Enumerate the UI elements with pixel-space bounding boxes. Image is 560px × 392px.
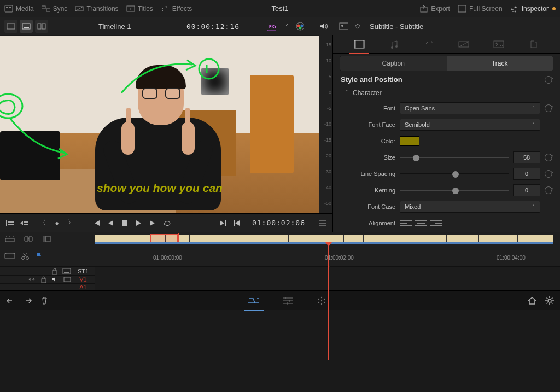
align-right-button[interactable] [430,218,442,228]
font-select[interactable]: Open Sans [400,102,540,114]
size-reset-icon[interactable] [545,154,552,161]
speaker-icon[interactable] [51,276,59,283]
timeline-content[interactable]: Hey guys, in this video today I want to … [95,266,560,290]
play-reverse-icon[interactable] [105,218,116,229]
marker-flag-icon[interactable] [35,251,43,260]
kerning-reset-icon[interactable] [545,186,552,194]
mark-in-icon[interactable]: 〈 [37,218,48,229]
align-center-button[interactable] [415,218,427,228]
page-edit-icon[interactable] [280,293,295,308]
track-name-v1[interactable]: V1 [75,276,91,283]
chevron-down-icon[interactable]: ˅ [345,89,348,97]
font-reset-icon[interactable] [545,104,552,112]
subtab-caption[interactable]: Caption [340,56,447,71]
kerning-value[interactable]: 0 [513,184,540,196]
inspector-tab-file[interactable] [523,37,545,52]
key-icon[interactable] [353,22,362,31]
timeline-overview[interactable] [95,235,553,243]
linespacing-slider[interactable] [400,168,509,180]
sync-icon [42,4,50,13]
tl-tool-b-icon[interactable] [23,235,34,243]
playhead[interactable] [328,245,329,360]
export-button[interactable]: Export [419,4,450,13]
next-clip-icon[interactable] [217,218,228,229]
effects-tab[interactable]: Effects [161,4,192,13]
sync-tab[interactable]: Sync [42,4,68,13]
page-cut-icon[interactable] [246,293,261,308]
color-scope-icon[interactable] [295,22,304,31]
blade-icon[interactable] [21,251,30,260]
duration-timecode[interactable]: 00:00:12:16 [186,22,240,31]
svg-point-50 [318,301,319,302]
loop-icon[interactable] [162,218,173,229]
marker-dot-icon[interactable]: ● [51,218,62,229]
linespacing-reset-icon[interactable] [545,170,552,178]
transport-opts-icon[interactable] [19,218,30,229]
linespacing-value[interactable]: 0 [513,168,540,180]
inspector-tab-audio[interactable] [383,37,405,52]
prev-clip-icon[interactable] [231,218,242,229]
stop-icon[interactable] [119,218,130,229]
kerning-slider[interactable] [400,184,509,196]
page-color-icon[interactable] [314,293,329,308]
proxy-icon[interactable]: PXY [267,22,276,31]
fullscreen-button[interactable]: Full Screen [458,4,503,13]
redo-icon[interactable] [23,297,33,305]
gear-icon[interactable] [545,296,555,306]
playhead-line[interactable] [328,266,329,290]
svg-rect-4 [46,9,50,11]
inspector-tab-video[interactable] [348,37,370,52]
inspector-button[interactable]: Inspector [510,4,556,13]
track-name-a1[interactable]: A1 [75,284,91,290]
color-swatch[interactable] [400,136,419,146]
inspector-tab-effects[interactable] [418,37,440,52]
transitions-tab[interactable]: Transitions [75,4,118,13]
svg-text:T: T [129,7,132,11]
link-icon[interactable] [27,276,36,283]
viewer-mode-a[interactable] [4,20,18,33]
undo-icon[interactable] [5,297,15,305]
play-icon[interactable] [133,218,144,229]
svg-rect-10 [7,24,15,29]
st-lock-icon[interactable] [51,267,58,275]
timeline-view-icon[interactable] [4,252,15,260]
svg-rect-2 [9,7,11,8]
trash-icon[interactable] [40,296,48,305]
transport-menu-icon[interactable] [317,218,328,229]
preview-viewport[interactable]: show you how you can [0,36,319,213]
size-value[interactable]: 58 [513,151,540,163]
fx-wand-icon[interactable] [281,22,290,31]
go-end-icon[interactable] [148,218,159,229]
home-icon[interactable] [527,296,537,305]
media-tab[interactable]: Media [4,4,34,13]
svg-point-20 [299,27,302,30]
fast-review-icon[interactable] [4,218,15,229]
svg-point-27 [391,46,393,49]
align-left-button[interactable] [400,218,412,228]
section-reset-icon[interactable] [545,76,552,84]
st-subtitle-icon[interactable] [62,268,71,274]
volume-icon[interactable] [319,22,328,31]
tl-tool-a-icon[interactable] [4,235,15,243]
clip-preview-icon[interactable] [339,22,348,31]
tl-tool-c-icon[interactable] [42,235,51,243]
go-start-icon[interactable] [91,218,102,229]
video-enable-icon[interactable] [63,276,71,283]
size-slider[interactable] [400,151,509,163]
track-name-st1[interactable]: ST1 [75,268,91,274]
viewer-mode-c[interactable] [35,20,48,33]
inspector-tab-image[interactable] [488,37,510,52]
fontcase-select[interactable]: Mixed [400,201,540,213]
fontface-select[interactable]: Semibold [400,119,540,131]
titles-tab[interactable]: TTitles [126,4,153,13]
inspector-tab-transition[interactable] [453,37,475,52]
mark-out-icon[interactable]: 〉 [66,218,77,229]
subtab-track[interactable]: Track [447,56,553,71]
timeline-ruler[interactable]: 01:00:00:00 01:00:02:00 01:00:04:00 [95,245,560,266]
svg-rect-0 [5,5,13,12]
svg-rect-3 [42,6,45,9]
timeline-name[interactable]: Timeline 1 [98,22,131,31]
v-lock-icon[interactable] [40,276,47,283]
transport-timecode[interactable]: 01:00:02:06 [252,219,305,227]
viewer-mode-b[interactable] [20,20,33,33]
